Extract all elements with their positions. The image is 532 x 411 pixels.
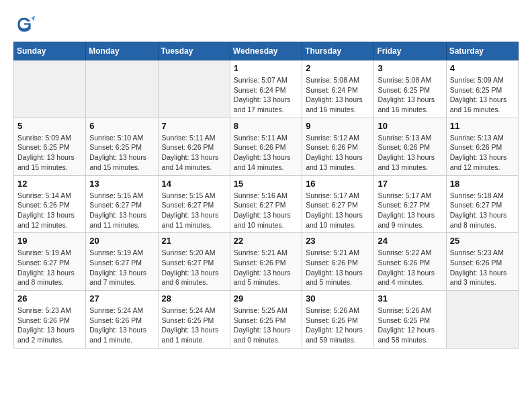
day-info: Sunrise: 5:16 AMSunset: 6:27 PMDaylight:… — [234, 191, 298, 230]
logo — [13, 13, 39, 35]
calendar-cell: 2Sunrise: 5:08 AMSunset: 6:24 PMDaylight… — [302, 60, 374, 118]
calendar-cell: 8Sunrise: 5:11 AMSunset: 6:26 PMDaylight… — [230, 118, 302, 175]
weekday-header: Sunday — [14, 42, 86, 60]
day-info: Sunrise: 5:26 AMSunset: 6:25 PMDaylight:… — [306, 306, 370, 345]
day-info: Sunrise: 5:21 AMSunset: 6:26 PMDaylight:… — [306, 248, 370, 287]
calendar-cell: 1Sunrise: 5:07 AMSunset: 6:24 PMDaylight… — [230, 60, 302, 118]
day-number: 21 — [162, 236, 226, 246]
calendar-table: SundayMondayTuesdayWednesdayThursdayFrid… — [13, 42, 519, 349]
day-number: 16 — [306, 179, 370, 189]
day-info: Sunrise: 5:20 AMSunset: 6:27 PMDaylight:… — [162, 248, 226, 287]
svg-marker-0 — [31, 15, 35, 21]
day-number: 25 — [450, 236, 515, 246]
day-number: 2 — [306, 63, 370, 73]
day-number: 15 — [234, 179, 298, 189]
day-number: 8 — [234, 121, 298, 131]
day-number: 13 — [89, 179, 154, 189]
day-number: 19 — [17, 236, 82, 246]
calendar-cell: 4Sunrise: 5:09 AMSunset: 6:25 PMDaylight… — [446, 60, 518, 118]
day-info: Sunrise: 5:17 AMSunset: 6:27 PMDaylight:… — [306, 191, 370, 230]
day-info: Sunrise: 5:23 AMSunset: 6:26 PMDaylight:… — [450, 248, 515, 287]
day-info: Sunrise: 5:19 AMSunset: 6:27 PMDaylight:… — [89, 248, 154, 287]
day-info: Sunrise: 5:09 AMSunset: 6:25 PMDaylight:… — [450, 75, 515, 115]
day-info: Sunrise: 5:14 AMSunset: 6:26 PMDaylight:… — [17, 191, 82, 230]
day-info: Sunrise: 5:07 AMSunset: 6:24 PMDaylight:… — [234, 75, 298, 115]
day-info: Sunrise: 5:11 AMSunset: 6:26 PMDaylight:… — [162, 133, 226, 173]
calendar-week-row: 5Sunrise: 5:09 AMSunset: 6:25 PMDaylight… — [14, 118, 519, 175]
day-info: Sunrise: 5:18 AMSunset: 6:27 PMDaylight:… — [450, 191, 515, 230]
day-number: 26 — [17, 293, 82, 304]
calendar-cell: 11Sunrise: 5:13 AMSunset: 6:26 PMDayligh… — [446, 118, 518, 175]
calendar-cell — [14, 60, 86, 118]
day-info: Sunrise: 5:08 AMSunset: 6:24 PMDaylight:… — [306, 75, 370, 115]
day-info: Sunrise: 5:24 AMSunset: 6:25 PMDaylight:… — [162, 306, 226, 345]
day-info: Sunrise: 5:13 AMSunset: 6:26 PMDaylight:… — [378, 133, 442, 173]
weekday-header-row: SundayMondayTuesdayWednesdayThursdayFrid… — [14, 42, 519, 60]
day-number: 18 — [450, 179, 515, 189]
calendar-cell: 14Sunrise: 5:15 AMSunset: 6:27 PMDayligh… — [158, 175, 230, 233]
day-info: Sunrise: 5:13 AMSunset: 6:26 PMDaylight:… — [450, 133, 515, 173]
calendar-cell: 30Sunrise: 5:26 AMSunset: 6:25 PMDayligh… — [302, 291, 374, 349]
calendar-cell: 19Sunrise: 5:19 AMSunset: 6:27 PMDayligh… — [14, 233, 86, 291]
calendar-cell: 20Sunrise: 5:19 AMSunset: 6:27 PMDayligh… — [86, 233, 158, 291]
calendar-cell — [86, 60, 158, 118]
day-number: 1 — [234, 63, 298, 73]
calendar-cell: 25Sunrise: 5:23 AMSunset: 6:26 PMDayligh… — [446, 233, 518, 291]
calendar-week-row: 19Sunrise: 5:19 AMSunset: 6:27 PMDayligh… — [14, 233, 519, 291]
day-number: 27 — [89, 293, 154, 304]
day-number: 4 — [450, 63, 515, 73]
day-number: 23 — [306, 236, 370, 246]
calendar-cell: 17Sunrise: 5:17 AMSunset: 6:27 PMDayligh… — [374, 175, 446, 233]
day-number: 3 — [378, 63, 442, 73]
weekday-header: Tuesday — [158, 42, 230, 60]
day-info: Sunrise: 5:25 AMSunset: 6:25 PMDaylight:… — [234, 306, 298, 345]
day-number: 20 — [89, 236, 154, 246]
day-info: Sunrise: 5:15 AMSunset: 6:27 PMDaylight:… — [89, 191, 154, 230]
day-number: 28 — [162, 293, 226, 304]
calendar-week-row: 12Sunrise: 5:14 AMSunset: 6:26 PMDayligh… — [14, 175, 519, 233]
weekday-header: Monday — [86, 42, 158, 60]
day-info: Sunrise: 5:22 AMSunset: 6:26 PMDaylight:… — [378, 248, 442, 287]
calendar-cell: 16Sunrise: 5:17 AMSunset: 6:27 PMDayligh… — [302, 175, 374, 233]
calendar-week-row: 26Sunrise: 5:23 AMSunset: 6:26 PMDayligh… — [14, 291, 519, 349]
weekday-header: Saturday — [446, 42, 518, 60]
calendar-cell: 28Sunrise: 5:24 AMSunset: 6:25 PMDayligh… — [158, 291, 230, 349]
day-info: Sunrise: 5:17 AMSunset: 6:27 PMDaylight:… — [378, 191, 442, 230]
day-info: Sunrise: 5:23 AMSunset: 6:26 PMDaylight:… — [17, 306, 82, 345]
calendar-cell: 22Sunrise: 5:21 AMSunset: 6:26 PMDayligh… — [230, 233, 302, 291]
calendar-cell: 27Sunrise: 5:24 AMSunset: 6:26 PMDayligh… — [86, 291, 158, 349]
day-info: Sunrise: 5:10 AMSunset: 6:25 PMDaylight:… — [89, 133, 154, 173]
weekday-header: Friday — [374, 42, 446, 60]
calendar-cell: 7Sunrise: 5:11 AMSunset: 6:26 PMDaylight… — [158, 118, 230, 175]
page-header — [13, 13, 519, 35]
day-number: 5 — [17, 121, 82, 131]
calendar-cell: 5Sunrise: 5:09 AMSunset: 6:25 PMDaylight… — [14, 118, 86, 175]
day-number: 6 — [89, 121, 154, 131]
calendar-cell: 15Sunrise: 5:16 AMSunset: 6:27 PMDayligh… — [230, 175, 302, 233]
day-info: Sunrise: 5:15 AMSunset: 6:27 PMDaylight:… — [162, 191, 226, 230]
calendar-week-row: 1Sunrise: 5:07 AMSunset: 6:24 PMDaylight… — [14, 60, 519, 118]
calendar-cell: 18Sunrise: 5:18 AMSunset: 6:27 PMDayligh… — [446, 175, 518, 233]
day-number: 29 — [234, 293, 298, 304]
day-number: 10 — [378, 121, 442, 131]
day-number: 11 — [450, 121, 515, 131]
calendar-cell: 13Sunrise: 5:15 AMSunset: 6:27 PMDayligh… — [86, 175, 158, 233]
day-info: Sunrise: 5:26 AMSunset: 6:25 PMDaylight:… — [378, 306, 442, 345]
calendar-cell: 12Sunrise: 5:14 AMSunset: 6:26 PMDayligh… — [14, 175, 86, 233]
day-number: 12 — [17, 179, 82, 189]
calendar-cell: 24Sunrise: 5:22 AMSunset: 6:26 PMDayligh… — [374, 233, 446, 291]
calendar-cell: 9Sunrise: 5:12 AMSunset: 6:26 PMDaylight… — [302, 118, 374, 175]
day-info: Sunrise: 5:21 AMSunset: 6:26 PMDaylight:… — [234, 248, 298, 287]
day-number: 30 — [306, 293, 370, 304]
day-number: 14 — [162, 179, 226, 189]
day-number: 31 — [378, 293, 442, 304]
day-info: Sunrise: 5:24 AMSunset: 6:26 PMDaylight:… — [89, 306, 154, 345]
calendar-cell — [446, 291, 518, 349]
calendar-cell: 21Sunrise: 5:20 AMSunset: 6:27 PMDayligh… — [158, 233, 230, 291]
calendar-cell — [158, 60, 230, 118]
day-number: 22 — [234, 236, 298, 246]
logo-icon — [13, 13, 35, 35]
day-number: 9 — [306, 121, 370, 131]
day-info: Sunrise: 5:09 AMSunset: 6:25 PMDaylight:… — [17, 133, 82, 173]
calendar-cell: 29Sunrise: 5:25 AMSunset: 6:25 PMDayligh… — [230, 291, 302, 349]
